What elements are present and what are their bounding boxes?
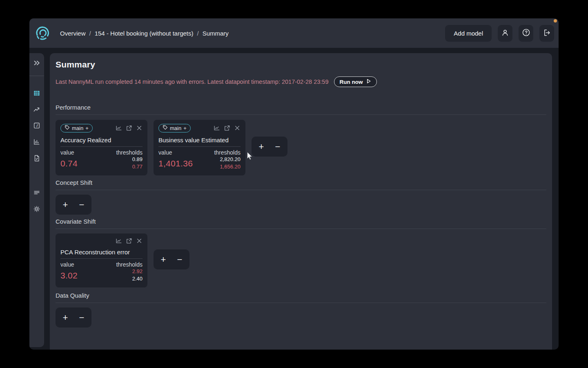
external-link-icon[interactable] [126,125,132,131]
page-title: Summary [56,60,546,70]
user-icon [501,29,509,38]
card-header: main + [60,123,143,132]
section-title-data-quality: Data Quality [56,292,546,303]
thresholds-label: thresholds [116,149,143,156]
tag-icon [65,125,70,131]
close-icon[interactable] [136,238,143,244]
document-check-icon [33,155,40,162]
external-link-icon[interactable] [224,125,230,131]
covariate-cards-row: PCA Reconstruction error value 3.02 thre… [56,233,546,287]
gear-icon [33,205,40,213]
add-model-button[interactable]: Add model [445,25,492,42]
tag-pill[interactable]: main + [60,124,93,132]
metric-value: 1,401.36 [158,159,193,168]
sidebar-divider [29,76,44,76]
breadcrumb-separator: / [197,30,198,37]
breadcrumb-item-model[interactable]: 154 - Hotel booking (without targets) [95,30,194,37]
sidebar-item-function[interactable]: f [33,122,40,129]
run-now-button[interactable]: Run now [334,76,377,87]
sidebar: f [29,53,44,347]
threshold-upper: 2.92 [116,268,143,275]
sidebar-item-logs[interactable] [33,189,40,196]
card-body: value 3.02 thresholds 2.92 2.40 [60,261,143,283]
alert-row: Last NannyML run completed 14 minutes ag… [56,76,546,87]
card-header [60,237,143,245]
add-metric-button[interactable]: + [255,139,268,155]
remove-metric-button[interactable]: − [173,251,186,268]
performance-add-remove-group: + − [252,137,287,157]
card-header: main + [158,123,241,132]
user-button[interactable] [498,25,512,42]
close-icon[interactable] [234,125,241,131]
bar-chart-icon [33,138,40,146]
header-actions: Add model [445,25,554,42]
tag-icon [163,125,168,131]
add-metric-button[interactable]: + [59,310,72,326]
nannyml-logo-icon[interactable] [34,25,51,42]
breadcrumb-separator: / [89,30,91,37]
card-body: value 1,401.36 thresholds 2,820.20 1,656… [158,149,241,171]
metric-value: 0.74 [60,159,78,168]
tag-add-label: + [85,125,89,131]
threshold-upper: 0.89 [116,156,143,163]
threshold-lower: 1,656.20 [214,163,241,171]
card-actions [214,125,241,131]
card-body: value 0.74 thresholds 0.89 0.77 [60,149,143,171]
sidebar-item-bar-chart[interactable] [33,138,40,146]
sidebar-item-line-chart[interactable] [33,106,40,113]
value-column: value 0.74 [60,149,78,171]
top-header: Overview / 154 - Hotel booking (without … [29,18,559,48]
value-label: value [158,149,193,156]
add-metric-button[interactable]: + [157,251,170,268]
app-window: Overview / 154 - Hotel booking (without … [29,18,559,350]
double-chevron-right-icon [33,59,40,67]
concept-shift-add-remove-group: + − [56,195,91,215]
section-title-concept-shift: Concept Shift [56,179,546,190]
main-panel: Summary Last NannyML run completed 14 mi… [50,53,552,350]
sidebar-collapse-toggle[interactable] [33,59,40,67]
sparkline-icon[interactable] [116,125,122,131]
logs-icon [33,189,40,196]
add-metric-button[interactable]: + [59,197,72,213]
tag-pill[interactable]: main + [158,124,191,132]
run-now-label: Run now [339,79,363,85]
thresholds-column: thresholds 2,820.20 1,656.20 [214,149,241,171]
metric-card-pca-reconstruction: PCA Reconstruction error value 3.02 thre… [56,233,147,287]
external-link-icon[interactable] [126,238,132,244]
help-button[interactable] [519,25,533,42]
value-label: value [60,149,78,156]
sidebar-item-document-check[interactable] [33,155,40,162]
remove-metric-button[interactable]: − [75,310,88,326]
function-icon: f [33,122,40,129]
svg-text:f: f [36,123,38,128]
sidebar-item-settings[interactable] [33,205,40,213]
help-icon [522,28,530,38]
value-label: value [60,261,78,268]
remove-metric-button[interactable]: − [75,197,88,213]
tag-add-label: + [183,125,187,131]
threshold-lower: 2.40 [116,275,143,283]
sparkline-icon[interactable] [116,238,122,244]
metric-card-accuracy-realized: main + [56,120,147,175]
grid-icon [33,90,40,97]
breadcrumb-item-overview[interactable]: Overview [60,30,86,37]
card-title: PCA Reconstruction error [60,249,143,259]
thresholds-column: thresholds 2.92 2.40 [116,261,143,283]
trend-up-icon [33,106,40,113]
notification-dot [554,19,557,22]
section-title-performance: Performance [56,104,546,115]
play-icon [365,78,372,85]
sparkline-icon[interactable] [214,125,220,131]
thresholds-column: thresholds 0.89 0.77 [116,149,143,171]
thresholds-label: thresholds [116,261,143,268]
breadcrumb: Overview / 154 - Hotel booking (without … [60,30,229,37]
logout-button[interactable] [539,25,554,42]
value-column: value 3.02 [60,261,78,283]
logout-icon [543,29,551,38]
card-actions [116,238,143,244]
data-quality-add-remove-group: + − [56,307,91,328]
tag-label: main [170,125,181,131]
close-icon[interactable] [136,125,143,131]
sidebar-item-grid-view[interactable] [33,90,40,97]
remove-metric-button[interactable]: − [271,139,284,155]
